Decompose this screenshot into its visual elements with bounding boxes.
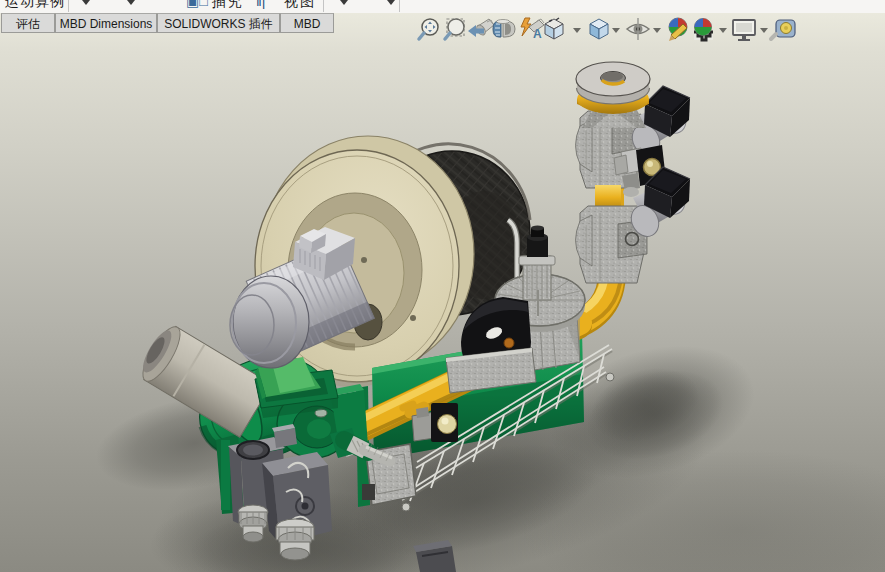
svg-text:A: A [533, 27, 542, 41]
